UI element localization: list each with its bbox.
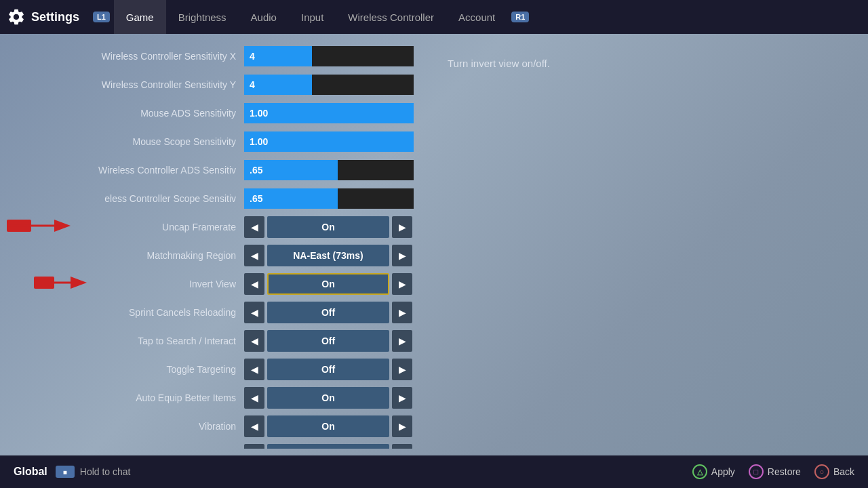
slider-wc-ads[interactable]: .65 xyxy=(244,160,414,180)
tab-game[interactable]: Game xyxy=(114,0,166,34)
arrow-right-auto-equip[interactable]: ▶ xyxy=(392,387,412,409)
value-auto-equip: On xyxy=(267,387,389,409)
restore-label: Restore xyxy=(768,466,801,477)
toggle-invert-view: ◀ On ▶ xyxy=(244,273,412,295)
slider-wc-sens-x[interactable]: 4 xyxy=(244,46,414,66)
arrow-right-invert-view[interactable]: ▶ xyxy=(392,273,412,295)
label-vibration: Vibration xyxy=(14,421,244,432)
setting-row-invert-view: Invert View ◀ On ▶ xyxy=(14,272,420,296)
tab-wireless-controller[interactable]: Wireless Controller xyxy=(336,0,446,34)
triangle-icon: △ xyxy=(692,464,707,479)
value-invert-view: On xyxy=(267,273,389,295)
setting-row-wc-ads: Wireless Controller ADS Sensitiv .65 xyxy=(14,158,420,182)
back-label: Back xyxy=(833,466,854,477)
arrow-right-toggle-targeting[interactable]: ▶ xyxy=(392,359,412,380)
nav-bar: Settings L1 Game Brightness Audio Input … xyxy=(0,0,868,34)
label-auto-equip: Auto Equip Better Items xyxy=(14,392,244,403)
tab-account[interactable]: Account xyxy=(446,0,507,34)
settings-logo: Settings xyxy=(7,7,79,26)
settings-list: Wireless Controller Sensitivity X 4 Wire… xyxy=(0,44,427,449)
toggle-vibration: ◀ On ▶ xyxy=(244,415,412,437)
toggle-uncap-framerate: ◀ On ▶ xyxy=(244,216,412,238)
apply-label: Apply xyxy=(711,466,735,477)
value-aim-assist: On xyxy=(267,444,389,449)
toggle-auto-equip: ◀ On ▶ xyxy=(244,387,412,409)
value-tap-search: Off xyxy=(267,330,389,352)
value-toggle-targeting: Off xyxy=(267,359,389,380)
arrow-left-aim-assist[interactable]: ◀ xyxy=(244,444,264,449)
svg-rect-5 xyxy=(34,277,54,289)
label-mouse-scope: Mouse Scope Sensitivity xyxy=(14,136,244,147)
value-uncap-framerate: On xyxy=(267,216,389,238)
r1-badge: R1 xyxy=(511,12,529,22)
l1-badge: L1 xyxy=(93,12,110,22)
info-panel: Turn invert view on/off. xyxy=(427,44,868,449)
gear-icon xyxy=(7,7,26,26)
info-description: Turn invert view on/off. xyxy=(448,58,550,69)
setting-row-auto-equip: Auto Equip Better Items ◀ On ▶ xyxy=(14,386,420,410)
setting-row-uncap-framerate: Uncap Framerate ◀ On ▶ xyxy=(14,215,420,239)
settings-title: Settings xyxy=(31,10,79,24)
tab-brightness[interactable]: Brightness xyxy=(166,0,239,34)
arrow-left-auto-equip[interactable]: ◀ xyxy=(244,387,264,409)
toggle-toggle-targeting: ◀ Off ▶ xyxy=(244,359,412,380)
arrow-right-vibration[interactable]: ▶ xyxy=(392,415,412,437)
setting-row-mouse-ads: Mouse ADS Sensitivity 1.00 xyxy=(14,101,420,125)
label-mouse-ads: Mouse ADS Sensitivity xyxy=(14,108,244,119)
bottom-actions: △ Apply □ Restore ○ Back xyxy=(692,464,854,479)
arrow-right-tap-search[interactable]: ▶ xyxy=(392,330,412,352)
setting-row-wc-sens-y: Wireless Controller Sensitivity Y 4 xyxy=(14,73,420,97)
slider-mouse-ads[interactable]: 1.00 xyxy=(244,103,414,123)
square-icon: □ xyxy=(749,464,764,479)
setting-row-wc-sens-x: Wireless Controller Sensitivity X 4 xyxy=(14,44,420,68)
label-wc-sens-y: Wireless Controller Sensitivity Y xyxy=(14,79,244,90)
toggle-matchmaking-region: ◀ NA-East (73ms) ▶ xyxy=(244,245,412,266)
arrow-right-aim-assist[interactable]: ▶ xyxy=(392,444,412,449)
value-matchmaking-region: NA-East (73ms) xyxy=(267,245,389,266)
setting-row-tap-search: Tap to Search / Interact ◀ Off ▶ xyxy=(14,329,420,353)
setting-row-matchmaking-region: Matchmaking Region ◀ NA-East (73ms) ▶ xyxy=(14,243,420,268)
setting-row-aim-assist: Aim Assist ◀ On ▶ xyxy=(14,443,420,449)
arrow-left-sprint-cancels[interactable]: ◀ xyxy=(244,302,264,323)
setting-row-sprint-cancels: Sprint Cancels Reloading ◀ Off ▶ xyxy=(14,300,420,325)
hold-chat-container: ■ Hold to chat xyxy=(56,466,131,478)
slider-wc-sens-y[interactable]: 4 xyxy=(244,75,414,95)
value-vibration: On xyxy=(267,415,389,437)
arrow-left-uncap-framerate[interactable]: ◀ xyxy=(244,216,264,238)
arrow-left-tap-search[interactable]: ◀ xyxy=(244,330,264,352)
label-matchmaking-region: Matchmaking Region xyxy=(14,250,244,261)
slider-wc-scope[interactable]: .65 xyxy=(244,188,414,209)
setting-row-mouse-scope: Mouse Scope Sensitivity 1.00 xyxy=(14,129,420,154)
arrow-right-matchmaking-region[interactable]: ▶ xyxy=(392,245,412,266)
bottom-bar: Global ■ Hold to chat △ Apply □ Restore … xyxy=(0,455,868,488)
main-content: Wireless Controller Sensitivity X 4 Wire… xyxy=(0,34,868,455)
arrow-left-toggle-targeting[interactable]: ◀ xyxy=(244,359,264,380)
arrow-uncap-framerate xyxy=(7,216,75,236)
label-wc-ads: Wireless Controller ADS Sensitiv xyxy=(14,165,244,176)
circle-icon: ○ xyxy=(814,464,829,479)
arrow-left-vibration[interactable]: ◀ xyxy=(244,415,264,437)
label-tap-search: Tap to Search / Interact xyxy=(14,336,244,346)
label-toggle-targeting: Toggle Targeting xyxy=(14,364,244,375)
chat-icon: ■ xyxy=(56,466,75,478)
back-action[interactable]: ○ Back xyxy=(814,464,854,479)
slider-mouse-scope[interactable]: 1.00 xyxy=(244,131,414,152)
arrow-right-sprint-cancels[interactable]: ▶ xyxy=(392,302,412,323)
label-sprint-cancels: Sprint Cancels Reloading xyxy=(14,307,244,318)
setting-row-wc-scope: eless Controller Scope Sensitiv .65 xyxy=(14,186,420,211)
arrow-right-uncap-framerate[interactable]: ▶ xyxy=(392,216,412,238)
toggle-aim-assist: ◀ On ▶ xyxy=(244,444,412,449)
arrow-invert-view xyxy=(34,272,88,293)
apply-action[interactable]: △ Apply xyxy=(692,464,735,479)
global-label: Global xyxy=(14,466,47,478)
setting-row-toggle-targeting: Toggle Targeting ◀ Off ▶ xyxy=(14,357,420,382)
restore-action[interactable]: □ Restore xyxy=(749,464,801,479)
tab-audio[interactable]: Audio xyxy=(239,0,289,34)
label-wc-scope: eless Controller Scope Sensitiv xyxy=(14,193,244,204)
setting-row-vibration: Vibration ◀ On ▶ xyxy=(14,414,420,439)
arrow-left-invert-view[interactable]: ◀ xyxy=(244,273,264,295)
arrow-left-matchmaking-region[interactable]: ◀ xyxy=(244,245,264,266)
tab-input[interactable]: Input xyxy=(289,0,336,34)
hold-chat-label: Hold to chat xyxy=(80,466,131,477)
toggle-tap-search: ◀ Off ▶ xyxy=(244,330,412,352)
